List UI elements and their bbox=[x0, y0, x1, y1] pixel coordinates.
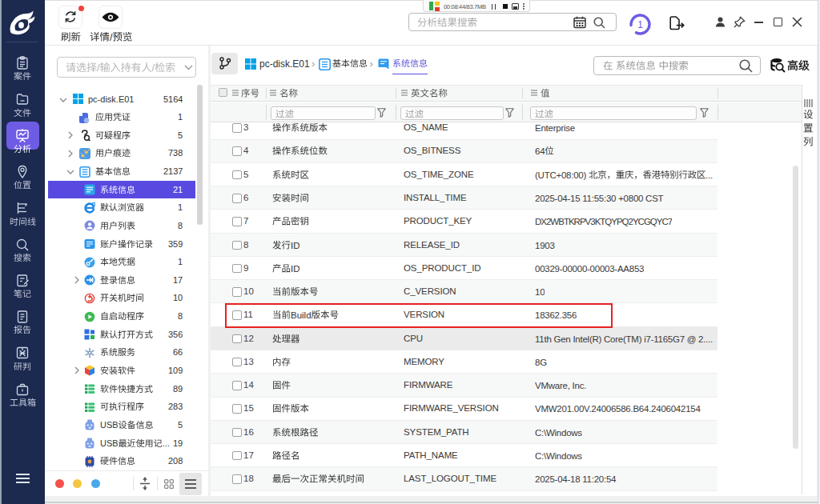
svg-text:283: 283 bbox=[168, 402, 183, 411]
svg-text:/: / bbox=[152, 62, 155, 74]
svg-text:DX2WBTKRPV3KTQYPQ2YCGQYC7: DX2WBTKRPV3KTQYPQ2YCGQYC7 bbox=[535, 217, 672, 226]
svg-text:5: 5 bbox=[178, 420, 183, 430]
svg-text:1: 1 bbox=[637, 19, 643, 30]
svg-text:ID: ID bbox=[291, 263, 299, 273]
svg-text:5164: 5164 bbox=[163, 94, 183, 104]
svg-text:738: 738 bbox=[168, 149, 183, 158]
svg-text:66: 66 bbox=[173, 347, 183, 357]
svg-text:pc-disk.E01: pc-disk.E01 bbox=[88, 94, 134, 104]
svg-text:Enterprise: Enterprise bbox=[535, 123, 575, 133]
svg-text:109: 109 bbox=[168, 366, 183, 375]
svg-text:00329-00000-00003-AA853: 00329-00000-00003-AA853 bbox=[535, 263, 644, 273]
svg-text:C:\Windows: C:\Windows bbox=[535, 450, 582, 460]
svg-text:USB: USB bbox=[100, 438, 119, 448]
svg-text:/: / bbox=[97, 62, 100, 74]
svg-text:8: 8 bbox=[178, 311, 183, 321]
svg-text:...: ... bbox=[162, 438, 169, 448]
svg-text:5: 5 bbox=[178, 130, 183, 140]
svg-text:VMW201.00V.24006586.B64.240604: VMW201.00V.24006586.B64.2406042154 bbox=[535, 404, 701, 414]
svg-text:1: 1 bbox=[178, 202, 183, 212]
svg-text:ID: ID bbox=[291, 240, 299, 250]
svg-text:1: 1 bbox=[178, 257, 183, 266]
svg-text:C:\Windows: C:\Windows bbox=[535, 427, 582, 437]
svg-text:1903: 1903 bbox=[535, 240, 555, 250]
svg-text:10: 10 bbox=[173, 294, 183, 303]
svg-text:17: 17 bbox=[173, 275, 183, 285]
svg-text:/: / bbox=[110, 32, 113, 43]
svg-text:USB: USB bbox=[100, 420, 119, 430]
svg-text:11th Gen Intel(R) Core(TM) i7-: 11th Gen Intel(R) Core(TM) i7-1165G7 @ 2… bbox=[535, 334, 713, 343]
svg-text:...: ... bbox=[705, 170, 713, 179]
svg-text:2137: 2137 bbox=[163, 166, 183, 176]
svg-text:21: 21 bbox=[173, 185, 183, 194]
svg-text:89: 89 bbox=[173, 384, 183, 394]
svg-text:356: 356 bbox=[168, 330, 183, 339]
svg-text:VMware, Inc.: VMware, Inc. bbox=[535, 381, 586, 390]
svg-text:359: 359 bbox=[168, 239, 183, 249]
svg-text:2025-04-18 11:20:54: 2025-04-18 11:20:54 bbox=[535, 474, 617, 484]
svg-text:10: 10 bbox=[535, 287, 545, 297]
svg-text:208: 208 bbox=[168, 456, 183, 466]
svg-text:(UTC+08:00): (UTC+08:00) bbox=[535, 170, 586, 179]
svg-text:8G: 8G bbox=[535, 357, 547, 366]
svg-text:64: 64 bbox=[535, 146, 545, 156]
svg-text:19: 19 bbox=[173, 438, 183, 448]
svg-text:1: 1 bbox=[178, 112, 183, 122]
svg-text:8: 8 bbox=[178, 221, 183, 230]
svg-text:2025-04-15 11:55:30 +0800 CST: 2025-04-15 11:55:30 +0800 CST bbox=[535, 194, 664, 203]
